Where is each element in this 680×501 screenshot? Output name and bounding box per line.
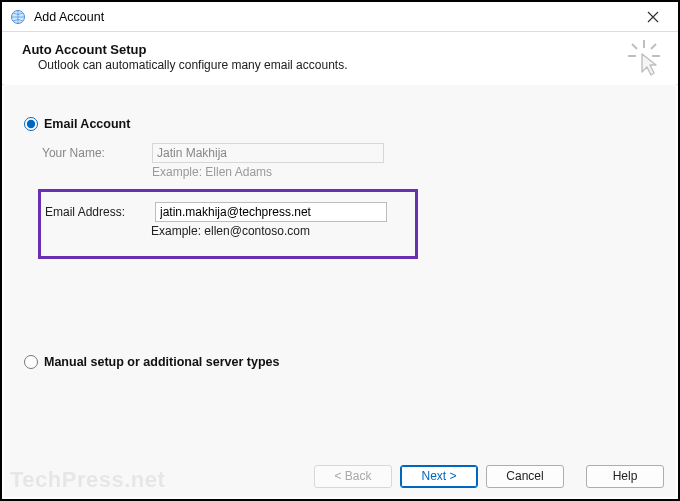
wizard-header: Auto Account Setup Outlook can automatic… [2, 32, 678, 85]
radio-manual-label: Manual setup or additional server types [44, 355, 279, 369]
svg-line-4 [632, 44, 637, 49]
titlebar: Add Account [2, 2, 678, 32]
help-button[interactable]: Help [586, 465, 664, 488]
your-name-label: Your Name: [42, 146, 134, 160]
your-name-example: Example: Ellen Adams [152, 165, 656, 179]
globe-icon [10, 9, 26, 25]
wizard-footer: < Back Next > Cancel Help [4, 455, 676, 497]
email-example: Example: ellen@contoso.com [151, 224, 405, 238]
cancel-button[interactable]: Cancel [486, 465, 564, 488]
email-account-form: Your Name: Example: Ellen Adams Email Ad… [42, 141, 656, 259]
your-name-input [152, 143, 384, 163]
email-input[interactable] [155, 202, 387, 222]
svg-line-5 [651, 44, 656, 49]
dialog-title: Add Account [34, 10, 104, 24]
radio-manual-setup[interactable] [24, 355, 38, 369]
wizard-body: Email Account Your Name: Example: Ellen … [4, 84, 676, 455]
wizard-subheading: Outlook can automatically configure many… [38, 58, 658, 72]
next-button[interactable]: Next > [400, 465, 478, 488]
email-row: Email Address: [41, 200, 405, 222]
back-button: < Back [314, 465, 392, 488]
add-account-dialog: Add Account Auto Account Setup Outlook c… [0, 0, 680, 501]
email-highlight: Email Address: Example: ellen@contoso.co… [38, 189, 418, 259]
account-type-email-row[interactable]: Email Account [24, 117, 656, 131]
radio-email-account[interactable] [24, 117, 38, 131]
click-cursor-icon [624, 38, 664, 81]
close-button[interactable] [632, 2, 674, 32]
radio-email-label: Email Account [44, 117, 130, 131]
close-icon [647, 11, 659, 23]
account-type-manual-row[interactable]: Manual setup or additional server types [24, 355, 656, 369]
wizard-heading: Auto Account Setup [22, 42, 658, 57]
your-name-row: Your Name: [42, 141, 656, 163]
email-label: Email Address: [45, 205, 137, 219]
